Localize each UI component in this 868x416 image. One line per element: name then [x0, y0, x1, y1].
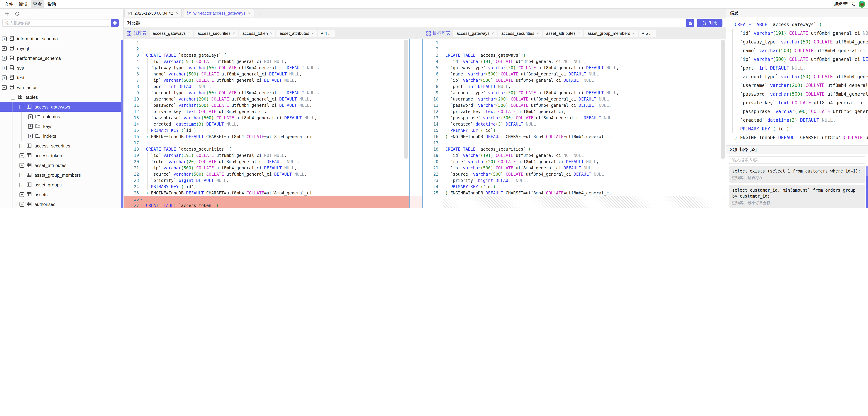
tree-item-access_token[interactable]: +access_token — [0, 150, 123, 160]
table-tab-access_gateways[interactable]: access_gateways× — [453, 29, 497, 37]
sidebar-search-input[interactable] — [2, 19, 109, 27]
target-code-editor[interactable]: 123CREATE TABLE `access_gateways` (4 `id… — [423, 39, 726, 208]
table-tab-access_securities[interactable]: access_securities× — [194, 29, 238, 37]
avatar[interactable] — [859, 1, 865, 8]
tree-item-performance_schema[interactable]: +performance_schema — [0, 53, 123, 63]
line-number: 1 — [124, 40, 143, 46]
code-line: 1 — [423, 40, 726, 46]
tree-item-label: indexs — [43, 133, 56, 139]
collapse-node-icon[interactable]: − — [20, 105, 24, 109]
tree-item-indexs[interactable]: +indexs — [0, 131, 123, 141]
close-icon[interactable]: × — [311, 31, 314, 36]
menu-编辑[interactable]: 编辑 — [17, 0, 30, 8]
table-tab-access_token[interactable]: access_token× — [239, 29, 276, 37]
expand-node-icon[interactable]: + — [20, 173, 24, 177]
expand-node-icon[interactable]: + — [28, 124, 33, 129]
tree-item-label: asset_groups — [34, 182, 62, 187]
code-line: 9 `account_type` varchar(50) COLLATE utf… — [124, 90, 409, 96]
table-icon — [27, 192, 32, 197]
expand-node-icon[interactable]: + — [28, 134, 33, 138]
tab-table-view[interactable]: win-factor.access_gateways × — [183, 9, 254, 18]
menu-帮助[interactable]: 帮助 — [45, 0, 59, 8]
expand-node-icon[interactable]: + — [20, 143, 24, 148]
more-tabs-chip[interactable]: + 5 ... — [639, 29, 656, 37]
tree-item-asset_group_members[interactable]: +asset_group_members — [0, 170, 123, 180]
close-icon[interactable]: × — [270, 31, 273, 36]
expand-node-icon[interactable]: + — [20, 202, 24, 206]
close-icon[interactable]: × — [632, 31, 635, 36]
tree-item-assets[interactable]: +assets — [0, 189, 123, 199]
sql-command-item[interactable]: select customer_id, min(amount) from ord… — [729, 185, 865, 208]
new-tab-button[interactable]: + — [255, 11, 265, 17]
menu-查看[interactable]: 查看 — [31, 0, 44, 8]
close-icon[interactable]: × — [536, 31, 539, 36]
tree-item-tables[interactable]: −tables — [0, 92, 123, 102]
db-icon — [9, 36, 14, 41]
close-icon[interactable]: × — [176, 11, 179, 16]
close-icon[interactable]: × — [188, 31, 190, 36]
collapse-sidebar-button[interactable] — [111, 19, 119, 27]
expand-node-icon[interactable]: + — [2, 36, 7, 41]
close-icon[interactable]: × — [232, 31, 235, 36]
tree-item-label: access_token — [34, 153, 62, 158]
table-tab-asset_group_members[interactable]: asset_group_members× — [584, 29, 638, 37]
tree-item-access_gateways[interactable]: −access_gateways — [0, 102, 123, 112]
tree-item-keys[interactable]: +keys — [0, 122, 123, 131]
table-tab-access_securities[interactable]: access_securities× — [498, 29, 542, 37]
line-number: 1 — [423, 40, 442, 46]
expand-node-icon[interactable]: + — [20, 192, 24, 197]
tree-item-asset_groups[interactable]: +asset_groups — [0, 180, 123, 189]
more-tabs-chip[interactable]: + 4 ... — [318, 29, 335, 37]
code-line: 4 `id` varchar(191) COLLATE utf8mb4_gene… — [124, 59, 409, 65]
table-tab-asset_attributes[interactable]: asset_attributes× — [277, 29, 317, 37]
expand-node-icon[interactable]: + — [2, 75, 7, 80]
line-number: 4 — [124, 59, 143, 65]
apply-diff-arrow[interactable]: → — [410, 189, 422, 195]
tree-item-label: access_gateways — [34, 104, 70, 109]
sidebar-scrollbar[interactable] — [121, 40, 123, 208]
tree-item-label: asset_group_members — [34, 172, 81, 178]
source-scrollbar-thumb[interactable] — [404, 40, 408, 159]
compare-button[interactable]: 对比 — [697, 19, 722, 27]
menu-文件[interactable]: 文件 — [2, 0, 16, 8]
refresh-icon[interactable] — [14, 11, 20, 16]
expand-node-icon[interactable]: + — [2, 66, 7, 70]
table-tab-access_gateways[interactable]: access_gateways× — [150, 29, 193, 37]
tree-item-sys[interactable]: +sys — [0, 63, 123, 73]
tree-item-access_securities[interactable]: +access_securities — [0, 141, 123, 150]
expand-node-icon[interactable]: + — [20, 153, 24, 158]
tree-item-authorised[interactable]: +authorised — [0, 199, 123, 208]
table-tab-asset_attributes[interactable]: asset_attributes× — [543, 29, 583, 37]
line-number: 9 — [423, 90, 442, 96]
tree-item-win-factor[interactable]: −win-factor — [0, 82, 123, 92]
add-connection-icon[interactable] — [4, 11, 10, 16]
tree-item-label: access_securities — [34, 143, 70, 148]
tree-item-mysql[interactable]: +mysql — [0, 43, 123, 53]
close-icon[interactable]: × — [248, 11, 251, 16]
top-menu-bar: 文件编辑查看帮助 超级管理员 — [0, 0, 868, 9]
line-number: 23 — [423, 177, 442, 184]
expand-node-icon[interactable]: + — [2, 46, 7, 50]
expand-node-icon[interactable]: + — [20, 163, 24, 168]
line-number: 9 — [124, 90, 143, 96]
tree-item-columns[interactable]: +columns — [0, 112, 123, 122]
right-panel-scrollbar[interactable] — [866, 166, 868, 208]
close-icon[interactable]: × — [578, 31, 580, 36]
target-scrollbar-thumb[interactable] — [721, 40, 725, 159]
expand-node-icon[interactable]: + — [28, 114, 33, 119]
code-line: 7 `ip` varchar(500) COLLATE utf8mb4_gene… — [124, 77, 409, 83]
collapse-node-icon[interactable]: − — [11, 95, 15, 99]
code-line: 6 `name` varchar(500) COLLATE utf8mb4_ge… — [423, 71, 726, 77]
expand-node-icon[interactable]: + — [20, 182, 24, 187]
clean-button[interactable] — [686, 19, 694, 27]
tab-compare-session[interactable]: 2025-12-30 08:34:42 × — [124, 9, 182, 18]
tree-item-asset_attributes[interactable]: +asset_attributes — [0, 160, 123, 170]
tree-item-test[interactable]: +test — [0, 73, 123, 82]
expand-node-icon[interactable]: + — [2, 56, 7, 60]
collapse-node-icon[interactable]: − — [2, 85, 7, 90]
source-code-editor[interactable]: 123CREATE TABLE `access_gateways` (4 `id… — [124, 39, 409, 208]
tree-item-information_schema[interactable]: +information_schema — [0, 34, 123, 43]
sql-search-input[interactable] — [729, 156, 865, 164]
close-icon[interactable]: × — [491, 31, 494, 36]
sql-command-item[interactable]: select exists (select 1 from customers w… — [729, 166, 865, 183]
